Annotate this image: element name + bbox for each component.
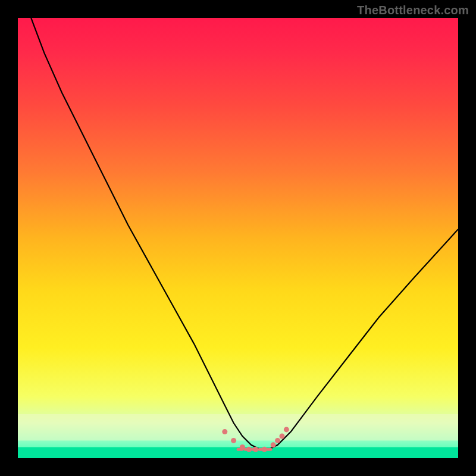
cluster-dot (284, 427, 289, 432)
cluster-dot (253, 447, 258, 452)
cluster-dot (275, 438, 280, 443)
chart-frame: TheBottleneck.com (0, 0, 476, 476)
cluster-dot (280, 434, 285, 439)
bottleneck-chart (18, 18, 458, 458)
cluster-dot (262, 447, 267, 452)
gradient-bg (18, 18, 458, 458)
cluster-dot (240, 444, 245, 450)
cluster-dot (271, 442, 276, 447)
cluster-dot (246, 447, 252, 452)
cluster-dot (231, 438, 236, 443)
bottom-band-light (18, 414, 458, 440)
cluster-dot (222, 429, 227, 434)
watermark-text: TheBottleneck.com (357, 4, 469, 17)
